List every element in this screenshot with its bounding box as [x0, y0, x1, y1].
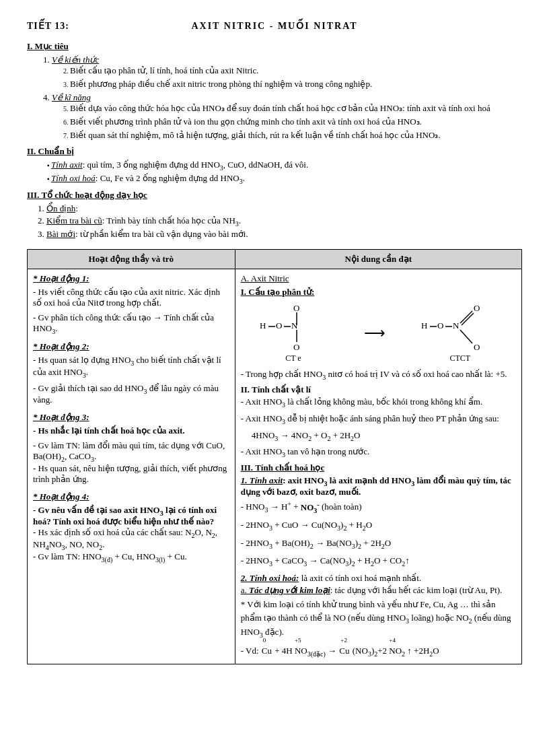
svg-line-15: [462, 313, 474, 325]
kienthuc-item-2: Biết phương pháp điều chế axit nitric tr…: [57, 79, 522, 90]
activity-4-text2: - Hs xác định số oxi hoá của các chất sa…: [33, 527, 229, 551]
cte-label: CT e: [256, 353, 330, 364]
svg-text:O: O: [474, 342, 480, 352]
arrow-diagram: ⟶: [364, 324, 386, 342]
kinang-item-3: Biết quan sát thí nghiệm, mô tả hiện tượ…: [57, 130, 522, 141]
III-hoa-hoc: III. Tính chất hoá học: [241, 462, 516, 473]
II-vat-li: II. Tính chất vật lí: [241, 384, 516, 395]
section-I-title: I. Mục tiêu: [27, 41, 522, 52]
svg-text:O: O: [293, 342, 299, 352]
activity-3-text2: - Gv làm TN: làm đổi màu quì tím, tác dụ…: [33, 440, 229, 463]
activity-2-text1: - Hs quan sát lọ đựng HNO3 cho biết tính…: [33, 355, 229, 378]
kiemtrabaiitem: 2. Kiểm tra bài cũ: Trình bày tính chất …: [38, 215, 522, 228]
vl-item-2: - Axit HNO3 dễ bị nhiệt hoặc ánh sáng ph…: [241, 412, 516, 427]
tinh-oxi-hoa-title: 2. Tính oxi hoá: là axit có tính oxi hoá…: [241, 573, 516, 584]
reaction-1: - HNO3 → H+ + NO3- (hoàn toàn): [241, 498, 516, 516]
kienthuc-item-1: Biết cấu tạo phân tử, lí tính, hoá tính …: [57, 65, 522, 76]
content-column: A. Axit Nitric I. Cấu tạo phân tử: H: [235, 269, 521, 664]
reaction-3: - 2HNO3 + Ba(OH)2 → Ba(NO3)2 + 2H2O: [241, 535, 516, 553]
ctct-label: CTCT: [420, 353, 501, 364]
table-row: * Hoạt động 1: - Hs viết công thức cấu t…: [28, 269, 522, 664]
activity-4-text1: - Gv nêu vấn đề tại sao axit HNO3 lại có…: [33, 505, 229, 528]
main-table: Hoạt động thầy và trò Nội dung cần đạt *…: [27, 249, 522, 665]
activity-2: * Hoạt động 2: - Hs quan sát lọ đựng HNO…: [33, 341, 229, 405]
svg-text:O: O: [437, 320, 443, 331]
chuanbi-item-2: Tính oxi hoá: Cu, Fe và 2 ống nghiệm đựn…: [40, 173, 522, 185]
kinang-item-2: Biết viết phương trình phân tử và ion th…: [57, 116, 522, 127]
vl-reaction: 4HNO3 → 4NO2 + O2 + 2H2O: [241, 429, 516, 444]
svg-text:H: H: [260, 320, 266, 331]
activity-4-title: * Hoạt động 4:: [33, 491, 229, 502]
section-III: III. Tổ chức hoạt động dạy học 1. Ổn địn…: [27, 190, 522, 240]
section-I: I. Mục tiêu Về kiến thức Biết cấu tạo ph…: [27, 41, 522, 141]
activity-4: * Hoạt động 4: - Gv nêu vấn đề tại sao a…: [33, 491, 229, 563]
sub-section-kienthuc: Về kiến thức Biết cấu tạo phân tử, lí tí…: [43, 55, 522, 90]
svg-line-14: [460, 311, 472, 323]
svg-text:H: H: [421, 320, 427, 331]
A-title: A. Axit Nitric: [241, 273, 516, 284]
activity-1-text: - Hs viết công thức cấu tạo của axit nit…: [33, 287, 229, 308]
svg-text:O: O: [276, 320, 282, 331]
activity-4-text3: - Gv làm TN: HNO3(đ) + Cu, HNO3(l) + Cu.: [33, 551, 229, 563]
vd-reaction: - Vd: 0 Cu + 4H +5 N O3(đặc) → +2: [241, 643, 516, 660]
activity-2-text2: - Gv giải thích tại sao dd HNO3 để lâu n…: [33, 383, 229, 406]
cte-svg: H O N: [256, 303, 330, 353]
page-title: AXIT NITRIC - MUỐI NITRAT: [191, 20, 357, 32]
tinh-axit-section: 1. Tính axit: axit HNO3 là axit mạnh dd …: [241, 475, 516, 498]
a-kim-loai-title: a. Tác dụng với kim loại: tác dụng với h…: [241, 585, 516, 596]
a-note: * Với kim loại có tính khử trung bình và…: [241, 598, 516, 640]
svg-line-17: [460, 330, 472, 343]
activity-1-text2: - Gv phân tích công thức cấu tạo → Tính …: [33, 312, 229, 335]
reaction-2: - 2HNO3 + CuO → Cu(NO3)2 + H2O: [241, 517, 516, 535]
activities-column: * Hoạt động 1: - Hs viết công thức cấu t…: [28, 269, 235, 664]
nitro-text: - Trong hợp chất HNO3 nitơ có hoá trị IV…: [241, 369, 516, 381]
activity-3: * Hoạt động 3: - Hs nhắc lại tính chất h…: [33, 412, 229, 485]
kinang-item-1: Biết dựa vào công thức hóa học của HNO₃ …: [57, 103, 522, 114]
section-II-title: II. Chuẩn bị: [27, 146, 522, 157]
vl-item-3: - Axit HNO3 tan vô hạn trong nước.: [241, 445, 516, 460]
sub-section-kinang: Về kĩ năng Biết dựa vào công thức hóa họ…: [43, 92, 522, 141]
svg-text:O: O: [293, 303, 299, 313]
section-III-title: III. Tổ chức hoạt động dạy học: [27, 190, 522, 201]
section-II: II. Chuẩn bị Tính axit: quì tím, 3 ống n…: [27, 146, 522, 184]
ctct-svg: H O N O: [420, 303, 501, 353]
activity-2-title: * Hoạt động 2:: [33, 341, 229, 352]
col1-header: Hoạt động thầy và trò: [28, 249, 235, 269]
vl-item-1: - Axit HNO3 là chất lỏng không màu, bốc …: [241, 395, 516, 410]
activity-1-title: * Hoạt động 1:: [33, 273, 229, 284]
baimoiditem: 3. Bài mới: từ phần kiểm tra bài cũ vận …: [38, 229, 522, 240]
ondinhitem: 1. Ổn định:: [38, 203, 522, 214]
A-axit-nitric: A. Axit Nitric I. Cấu tạo phân tử: H: [241, 273, 516, 660]
activity-3-text3: - Hs quan sát, nêu hiện tượng, giải thíc…: [33, 463, 229, 485]
activity-3-title: * Hoạt động 3:: [33, 412, 229, 423]
activity-3-text1: - Hs nhắc lại tính chất hoá học của axit…: [33, 425, 229, 436]
activity-1: * Hoạt động 1: - Hs viết công thức cấu t…: [33, 273, 229, 335]
ctct-diagram: H O N O: [420, 303, 501, 364]
I-cau-tao: I. Cấu tạo phân tử:: [241, 287, 516, 298]
chuanbi-item-1: Tính axit: quì tím, 3 ống nghiệm đựng dd…: [40, 160, 522, 172]
svg-text:N: N: [453, 320, 460, 331]
page-header: TIẾT 13: AXIT NITRIC - MUỐI NITRAT: [27, 20, 522, 32]
svg-text:O: O: [474, 303, 480, 313]
cte-diagram: H O N: [256, 303, 330, 364]
reaction-4: - 2HNO3 + CaCO3 → Ca(NO3)2 + H2O + CO2↑: [241, 553, 516, 570]
structure-diagrams: H O N: [241, 303, 516, 364]
tiet-label: TIẾT 13:: [27, 21, 69, 31]
col2-header: Nội dung cần đạt: [235, 249, 521, 269]
